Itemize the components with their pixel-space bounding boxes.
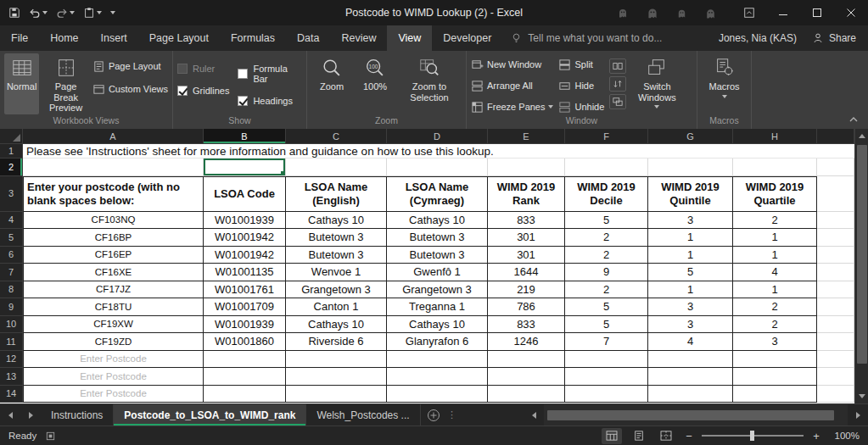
cell-e2[interactable]	[488, 159, 565, 176]
ribbon-tab-developer[interactable]: Developer	[432, 25, 502, 51]
account-name[interactable]: Jones, Nia (KAS)	[719, 32, 797, 44]
column-header-f[interactable]: F	[565, 129, 648, 144]
cell-h4[interactable]: 2	[733, 212, 817, 230]
cell-h11[interactable]: 3	[733, 333, 817, 351]
cell-overflow[interactable]	[817, 316, 854, 334]
ribbon-tab-view[interactable]: View	[387, 25, 432, 51]
cell-a12[interactable]: Enter Postcode	[23, 351, 204, 369]
cell-g8[interactable]: 1	[648, 281, 733, 299]
ribbon-display-options-button[interactable]	[732, 0, 766, 25]
cell-overflow[interactable]	[817, 351, 854, 369]
cell-d5[interactable]: Butetown 3	[387, 229, 488, 247]
cell-d13[interactable]	[387, 368, 488, 386]
sheet-tab-instructions[interactable]: Instructions	[41, 404, 114, 426]
tell-me-box[interactable]: Tell me what you want to do...	[511, 25, 662, 51]
gridlines-checkbox[interactable]: Gridlines	[177, 86, 229, 96]
cell-f12[interactable]	[565, 351, 648, 369]
ribbon-tab-insert[interactable]: Insert	[90, 25, 138, 51]
formula-bar-checkbox[interactable]: Formula Bar	[238, 64, 302, 84]
cell-h12[interactable]	[733, 351, 817, 369]
cell-g13[interactable]	[648, 368, 733, 386]
previous-sheet-button[interactable]	[0, 404, 20, 426]
arrange-all-button[interactable]: Arrange All	[471, 78, 553, 93]
zoom-out-button[interactable]: −	[683, 431, 695, 442]
tab-splitter-handle[interactable]: ⋮	[446, 404, 458, 426]
cell-e8[interactable]: 219	[488, 281, 565, 299]
unhide-button[interactable]: Unhide	[558, 99, 604, 114]
normal-view-mode-button[interactable]	[602, 428, 622, 444]
column-header-d[interactable]: D	[387, 129, 488, 144]
cell-b8[interactable]: W01001761	[204, 281, 286, 299]
close-button[interactable]	[834, 0, 868, 25]
cell-g12[interactable]	[648, 351, 733, 369]
cell-e4[interactable]: 833	[488, 212, 565, 230]
cell-overflow[interactable]	[817, 176, 854, 212]
ribbon-tab-page-layout[interactable]: Page Layout	[138, 25, 220, 51]
sheet-tab-postcode-to-lsoa-to-wimd-rank[interactable]: Postcode_to_LSOA_to_WIMD_rank	[114, 404, 306, 426]
cell-a6[interactable]: CF16EP	[23, 247, 204, 264]
cell-h6[interactable]: 1	[733, 247, 817, 264]
zoom-percentage[interactable]: 100%	[829, 431, 860, 441]
cell-b5[interactable]: W01001942	[204, 229, 286, 247]
cell-c11[interactable]: Riverside 6	[286, 333, 387, 351]
cell-a10[interactable]: CF19XW	[23, 316, 204, 334]
cell-g5[interactable]: 1	[648, 229, 733, 247]
cell-c14[interactable]	[286, 386, 387, 403]
cell-overflow[interactable]	[817, 368, 854, 386]
column-header-g[interactable]: G	[648, 129, 733, 144]
cell-a5[interactable]: CF16BP	[23, 229, 204, 247]
page-break-view-mode-button[interactable]	[656, 428, 676, 444]
cell-f13[interactable]	[565, 368, 648, 386]
cell-f7[interactable]: 9	[565, 264, 648, 281]
header-cell-f3[interactable]: WIMD 2019 Decile	[565, 176, 648, 212]
cell-a11[interactable]: CF19ZD	[23, 333, 204, 351]
cell-a8[interactable]: CF17JZ	[23, 281, 204, 299]
ribbon-tab-home[interactable]: Home	[39, 25, 89, 51]
cell-f8[interactable]: 2	[565, 281, 648, 299]
cell-g6[interactable]: 1	[648, 247, 733, 264]
scroll-right-button[interactable]	[848, 412, 868, 419]
row-header-7[interactable]: 7	[0, 264, 23, 281]
header-cell-h3[interactable]: WIMD 2019 Quartile	[733, 176, 817, 212]
page-layout-view-mode-button[interactable]	[629, 428, 649, 444]
row-header-4[interactable]: 4	[0, 212, 23, 230]
cell-e6[interactable]: 301	[488, 247, 565, 264]
cell-f5[interactable]: 2	[565, 229, 648, 247]
cell-b14[interactable]	[204, 386, 286, 403]
cell-b7[interactable]: W01001135	[204, 264, 286, 281]
save-button[interactable]	[5, 3, 24, 23]
cell-a9[interactable]: CF18TU	[23, 298, 204, 316]
new-window-button[interactable]: New Window	[471, 57, 553, 72]
page-break-preview-button[interactable]: Page Break Preview	[42, 53, 90, 114]
cell-h9[interactable]: 2	[733, 298, 817, 316]
custom-views-button[interactable]: Custom Views	[92, 81, 168, 97]
zoom-button[interactable]: Zoom	[311, 53, 352, 114]
customize-quick-access-toolbar-button[interactable]	[107, 3, 119, 23]
ribbon-tab-file[interactable]: File	[0, 25, 39, 51]
scroll-left-button[interactable]	[524, 412, 544, 419]
next-sheet-button[interactable]	[20, 404, 41, 426]
cell-e13[interactable]	[488, 368, 565, 386]
cell-b10[interactable]: W01001939	[204, 316, 286, 334]
select-all-button[interactable]	[0, 129, 23, 144]
cell-d7[interactable]: Gwenfô 1	[387, 264, 488, 281]
cell-overflow[interactable]	[817, 386, 854, 403]
zoom-slider-thumb[interactable]	[750, 431, 754, 441]
header-cell-e3[interactable]: WIMD 2019 Rank	[488, 176, 565, 212]
cell-overflow[interactable]	[817, 264, 854, 281]
row-header-2[interactable]: 2	[0, 159, 23, 176]
cell-g9[interactable]: 3	[648, 298, 733, 316]
cell-f10[interactable]: 5	[565, 316, 648, 334]
cell-h10[interactable]: 2	[733, 316, 817, 334]
hide-button[interactable]: Hide	[558, 78, 604, 93]
row-header-5[interactable]: 5	[0, 229, 23, 247]
new-sheet-button[interactable]	[421, 404, 446, 426]
zoom-slider[interactable]	[702, 435, 804, 437]
cell-b2[interactable]	[204, 159, 286, 176]
vertical-scrollbar[interactable]	[854, 129, 868, 403]
row-header-14[interactable]: 14	[0, 386, 23, 403]
cell-d11[interactable]: Glanyrafon 6	[387, 333, 488, 351]
page-layout-view-button[interactable]: Page Layout	[92, 58, 168, 74]
cell-g14[interactable]	[648, 386, 733, 403]
cell-c8[interactable]: Grangetown 3	[286, 281, 387, 299]
